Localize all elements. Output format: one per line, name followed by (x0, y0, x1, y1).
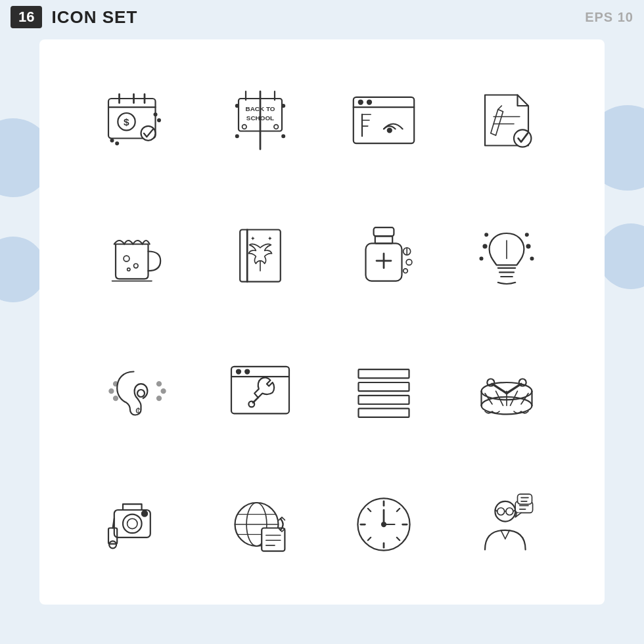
header-eps: EPS 10 (585, 10, 633, 25)
icon-back-to-school: BACK TO SCHOOL (202, 59, 319, 181)
svg-text:¢: ¢ (135, 405, 141, 416)
svg-point-8 (110, 139, 113, 141)
icon-document-check (449, 59, 566, 181)
svg-text:✦: ✦ (250, 235, 256, 242)
svg-line-92 (492, 384, 507, 393)
svg-rect-41 (240, 229, 281, 281)
svg-point-11 (158, 118, 160, 121)
svg-point-98 (127, 518, 137, 528)
svg-point-17 (274, 124, 279, 129)
icon-medicine-bottle (325, 194, 442, 315)
svg-point-66 (113, 381, 118, 386)
svg-line-117 (368, 508, 371, 511)
svg-point-58 (484, 244, 488, 248)
svg-point-99 (141, 511, 147, 517)
svg-point-76 (245, 369, 250, 374)
svg-point-53 (406, 259, 412, 265)
bg-decoration-right-bottom (598, 223, 644, 289)
svg-point-37 (124, 256, 129, 262)
svg-point-61 (526, 233, 528, 236)
svg-point-123 (381, 522, 386, 526)
svg-line-88 (496, 391, 503, 405)
svg-point-62 (480, 257, 483, 260)
svg-text:$: $ (124, 116, 129, 127)
icon-global-news (202, 463, 319, 585)
svg-point-68 (113, 396, 118, 400)
svg-point-78 (249, 401, 255, 407)
svg-text:✦: ✦ (267, 235, 273, 242)
svg-point-97 (123, 514, 142, 533)
icon-payment-schedule: $ (79, 59, 196, 181)
icon-idea-bulb (449, 194, 566, 315)
svg-point-21 (282, 135, 285, 137)
svg-line-90 (511, 391, 518, 405)
svg-point-32 (387, 128, 392, 133)
svg-point-63 (531, 257, 534, 260)
svg-rect-79 (358, 369, 409, 378)
svg-line-118 (397, 508, 400, 511)
icon-web-settings (202, 329, 319, 450)
svg-text:BACK TO: BACK TO (246, 104, 275, 112)
svg-point-59 (527, 244, 531, 248)
svg-point-20 (236, 135, 239, 137)
svg-rect-135 (518, 494, 532, 503)
svg-point-27 (367, 100, 371, 104)
svg-line-125 (501, 530, 505, 538)
svg-point-16 (242, 124, 247, 129)
svg-point-26 (358, 100, 363, 104)
svg-text:SCHOOL: SCHOOL (246, 114, 274, 122)
svg-point-23 (282, 104, 285, 106)
svg-point-65 (137, 390, 145, 397)
icon-clock (325, 463, 442, 585)
header: 16 ICON SET EPS 10 (0, 0, 644, 34)
svg-point-69 (156, 381, 161, 386)
icon-hearing: ¢ (79, 329, 196, 450)
header-title: ICON SET (51, 7, 137, 28)
svg-point-127 (497, 507, 505, 515)
svg-point-75 (237, 369, 241, 374)
svg-point-35 (514, 129, 531, 147)
svg-line-126 (505, 530, 510, 538)
svg-point-22 (236, 104, 239, 106)
svg-point-71 (156, 396, 161, 400)
svg-rect-80 (358, 382, 409, 391)
svg-line-120 (397, 537, 400, 540)
svg-line-119 (368, 537, 371, 540)
svg-point-38 (133, 264, 138, 268)
main-card: $ BACK TO SCHOOL (39, 39, 605, 605)
icon-grid: $ BACK TO SCHOOL (79, 59, 565, 585)
svg-rect-81 (358, 395, 409, 403)
svg-line-94 (507, 384, 521, 393)
icon-beer-mug (79, 194, 196, 315)
icon-drum (449, 329, 566, 450)
icon-menu-lines (325, 329, 442, 450)
icon-consultant (449, 463, 566, 585)
svg-point-60 (485, 233, 488, 236)
header-badge: 16 (11, 6, 42, 28)
svg-point-67 (109, 388, 114, 393)
svg-point-70 (161, 388, 166, 393)
svg-point-9 (116, 142, 118, 145)
svg-rect-82 (358, 408, 409, 417)
icon-wifi-browser (325, 59, 442, 181)
svg-line-36 (498, 106, 502, 110)
svg-point-128 (506, 507, 513, 515)
icon-cannabis-book: ✦ ✦ (202, 194, 319, 315)
svg-point-10 (154, 113, 156, 116)
icon-camera (79, 463, 196, 585)
svg-rect-46 (373, 227, 394, 236)
svg-point-54 (403, 268, 407, 273)
svg-point-39 (127, 267, 129, 270)
svg-rect-47 (375, 236, 392, 243)
